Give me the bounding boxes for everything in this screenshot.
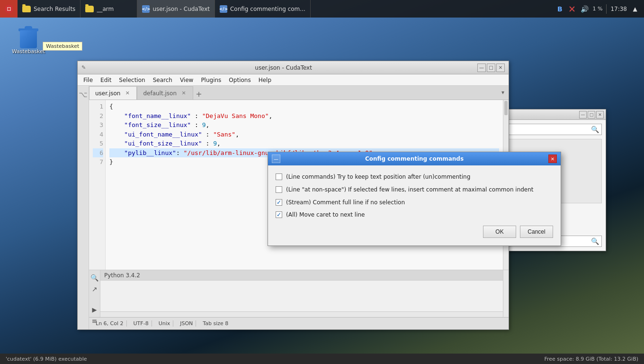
taskbar-tab-user-json[interactable]: </> user.json - CudaText	[137, 0, 215, 18]
main-titlebar: ✎ user.json - CudaText — □ ✕	[78, 61, 509, 74]
folder-icon	[22, 6, 31, 12]
menu-search[interactable]: Search	[149, 74, 176, 86]
taskbar-tab-arm[interactable]: __arm	[80, 0, 137, 18]
system-tray: B 🔊 1 % 17:38 ▲	[551, 4, 644, 14]
network-icon[interactable]	[568, 5, 576, 13]
config-commenting-dialog[interactable]: — Config commenting commands ✕ (Line com…	[268, 152, 561, 246]
secondary-minimize-btn[interactable]: —	[579, 111, 587, 118]
bottom-panel: 🔍 ↗ ▶ ≡ ✓ Python 3.4.2	[89, 270, 509, 317]
wastebasket-tooltip: Wastebasket	[43, 42, 82, 51]
scrollbar-thumb[interactable]	[504, 101, 508, 115]
menu-options[interactable]: Options	[225, 74, 254, 86]
menu-file[interactable]: File	[80, 74, 97, 86]
checkbox-stream-comment[interactable]: ✓	[276, 199, 282, 206]
encoding-label: UTF-8	[131, 320, 152, 327]
secondary-search-icon[interactable]: 🔍	[591, 126, 599, 133]
option-all-move-caret-label: (All) Move caret to next line	[286, 211, 365, 219]
option-stream-comment-label: (Stream) Comment full line if no selecti…	[286, 199, 405, 207]
check-icon[interactable]: ✓	[92, 328, 98, 329]
code-line-5: "ui_font_size__linux" : 9,	[109, 139, 499, 148]
code-line-1: {	[109, 102, 499, 111]
taskbar: Search Results __arm </> user.json - Cud…	[0, 0, 644, 18]
secondary-search-input[interactable]	[506, 124, 602, 135]
tab-close-user-json[interactable]: ✕	[124, 90, 131, 97]
tab-size-label: Tab size 8	[200, 320, 231, 327]
secondary-close-btn[interactable]: ✕	[596, 111, 604, 118]
menu-view[interactable]: View	[176, 74, 197, 86]
code-line-4: "ui_font_name__linux" : "Sans",	[109, 130, 499, 139]
tabs-dropdown[interactable]: ▾	[497, 86, 509, 100]
menu-plugins[interactable]: Plugins	[197, 74, 225, 86]
tooltip-text: Wastebasket	[46, 43, 79, 49]
bluetooth-icon[interactable]: B	[555, 5, 564, 13]
dialog-controls-right: ✕	[548, 155, 557, 163]
start-button[interactable]	[0, 0, 18, 18]
tab-label: user.json	[95, 90, 120, 97]
window-controls: — □ ✕	[477, 64, 505, 72]
option-line-commands-label: (Line commands) Try to keep text positio…	[286, 173, 470, 181]
checkmark-icon2: ✓	[277, 211, 281, 218]
share-icon[interactable]: ↗	[92, 285, 98, 293]
ok-button[interactable]: OK	[483, 226, 516, 238]
folder-icon	[85, 6, 94, 12]
bottom-panel-hscrollbar[interactable]	[100, 311, 503, 317]
status-bar: Ln 6, Col 2 UTF-8 Unix JSON Tab size 8	[89, 317, 509, 329]
tab-label: Config commenting com...	[230, 6, 305, 12]
global-status-left: 'cudatext' (6.9 MiB) executable	[6, 356, 87, 362]
taskbar-tab-search-results[interactable]: Search Results	[18, 0, 80, 18]
maximize-button[interactable]: □	[487, 64, 495, 72]
dialog-close-btn[interactable]: ✕	[548, 155, 557, 163]
tab-label: default.json	[143, 90, 177, 97]
tab-label: user.json - CudaText	[152, 6, 210, 12]
checkbox-all-move-caret[interactable]: ✓	[276, 211, 282, 218]
git-icon[interactable]: ⌥	[79, 90, 88, 99]
global-status-right: Free space: 8.9 GiB (Total: 13.2 GiB)	[544, 356, 638, 362]
dialog-buttons: OK Cancel	[276, 226, 553, 238]
list-icon[interactable]: ≡	[92, 317, 98, 325]
tab-close-default-json[interactable]: ✕	[180, 90, 187, 97]
secondary-search-icon2[interactable]: 🔍	[591, 237, 599, 245]
volume-icon[interactable]: 🔊	[580, 5, 589, 13]
option-line-commands-row: (Line commands) Try to keep text positio…	[276, 173, 553, 181]
option-line-at-non-space-label: (Line "at non-space") If selected few li…	[286, 186, 534, 194]
menu-bar: File Edit Selection Search View Plugins …	[78, 74, 509, 86]
minimize-button[interactable]: —	[477, 64, 486, 72]
tab-label: __arm	[97, 6, 114, 12]
tab-user-json[interactable]: user.json ✕	[89, 86, 137, 100]
taskbar-tab-config[interactable]: </> Config commenting com...	[215, 0, 311, 18]
trash-graphic	[18, 26, 38, 48]
cursor-position: Ln 6, Col 2	[93, 320, 127, 327]
taskbar-tabs: Search Results __arm </> user.json - Cud…	[18, 0, 551, 18]
bottom-panel-scrollbar[interactable]	[503, 270, 509, 317]
terminal-icon[interactable]: ▶	[92, 306, 97, 313]
svg-point-1	[8, 8, 10, 10]
python-version-label: Python 3.4.2	[104, 272, 140, 279]
bottom-panel-header: Python 3.4.2	[100, 270, 509, 281]
wastebasket-label: Wastebasket	[12, 48, 45, 55]
line-numbers: 1 2 3 4 5 6 7	[89, 100, 106, 270]
code-line-2: "font_name__linux" : "DejaVu Sans Mono",	[109, 111, 499, 121]
secondary-maximize-btn[interactable]: □	[588, 111, 595, 118]
checkbox-line-commands[interactable]	[276, 173, 282, 180]
menu-selection[interactable]: Selection	[115, 74, 149, 86]
menu-edit[interactable]: Edit	[97, 74, 115, 86]
wastebasket-icon[interactable]: Wastebasket	[9, 24, 47, 56]
secondary-window-controls: — □ ✕	[579, 111, 604, 118]
tab-default-json[interactable]: default.json ✕	[137, 86, 193, 100]
code-line-3: "font_size__linux" : 9,	[109, 120, 499, 130]
cancel-button[interactable]: Cancel	[520, 226, 553, 238]
tab-add-button[interactable]: +	[193, 88, 205, 100]
tab-label: Search Results	[34, 6, 75, 12]
option-all-move-caret-row: ✓ (All) Move caret to next line	[276, 211, 553, 219]
dialog-controls-left: —	[272, 155, 280, 163]
dialog-minimize-btn[interactable]: —	[272, 155, 280, 163]
menu-help[interactable]: Help	[255, 74, 275, 86]
tray-arrow-icon[interactable]: ▲	[631, 5, 639, 13]
close-button[interactable]: ✕	[496, 64, 505, 72]
trash-body	[20, 30, 37, 48]
code-icon: </>	[220, 5, 227, 13]
checkbox-line-at-non-space[interactable]	[276, 186, 282, 193]
search-tool-icon[interactable]: 🔍	[90, 274, 98, 282]
global-status-bar: 'cudatext' (6.9 MiB) executable Free spa…	[0, 354, 644, 364]
clock: 17:38	[610, 6, 627, 12]
